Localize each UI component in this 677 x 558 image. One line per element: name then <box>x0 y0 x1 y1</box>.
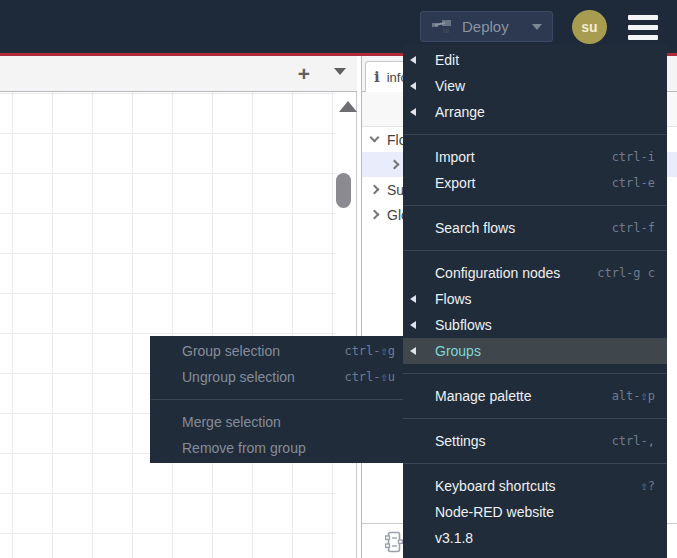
menu-item-label: Settings <box>435 433 486 449</box>
deploy-dropdown-icon[interactable] <box>532 24 542 30</box>
menu-separator <box>403 418 667 419</box>
menu-item-manage-palette[interactable]: Manage palette alt-⇧p <box>403 383 667 409</box>
shortcut-label: ctrl-e <box>612 170 655 196</box>
menu-separator <box>403 250 667 251</box>
menu-item-export[interactable]: Export ctrl-e <box>403 170 667 196</box>
menu-item-import[interactable]: Import ctrl-i <box>403 144 667 170</box>
canvas-scrollbar-thumb[interactable] <box>336 173 351 208</box>
submenu-arrow-icon <box>410 321 416 329</box>
chevron-down-icon <box>370 133 380 143</box>
menu-item-label: Manage palette <box>435 388 532 404</box>
submenu-arrow-icon <box>410 82 416 90</box>
hamburger-icon <box>628 35 658 40</box>
menu-item-label: Arrange <box>435 104 485 120</box>
menu-item-ungroup-selection[interactable]: Ungroup selection ctrl-⇧u <box>150 364 407 390</box>
menu-item-edit[interactable]: Edit <box>403 47 667 73</box>
menu-item-groups[interactable]: Groups <box>403 338 667 364</box>
scroll-up-icon[interactable] <box>339 101 357 112</box>
menu-item-flows[interactable]: Flows <box>403 286 667 312</box>
menu-item-label: Import <box>435 149 475 165</box>
menu-item-label: Merge selection <box>182 414 281 430</box>
deploy-button[interactable]: Deploy <box>420 11 553 42</box>
submenu-arrow-icon <box>410 295 416 303</box>
main-menu-dropdown: Edit View Arrange Import ctrl-i Export c… <box>403 45 667 558</box>
menu-separator <box>403 205 667 206</box>
menu-item-label: Keyboard shortcuts <box>435 478 556 494</box>
menu-item-configuration-nodes[interactable]: Configuration nodes ctrl-g c <box>403 260 667 286</box>
shortcut-label: ctrl-f <box>612 215 655 241</box>
menu-item-label: Search flows <box>435 220 515 236</box>
chevron-right-icon <box>370 185 380 195</box>
shortcut-label: ctrl-⇧u <box>344 364 395 390</box>
chevron-right-icon <box>370 210 380 220</box>
menu-item-keyboard-shortcuts[interactable]: Keyboard shortcuts ⇧? <box>403 473 667 499</box>
deploy-label: Deploy <box>462 18 509 35</box>
menu-item-label: Export <box>435 175 475 191</box>
menu-item-group-selection[interactable]: Group selection ctrl-⇧g <box>150 338 407 364</box>
menu-item-search-flows[interactable]: Search flows ctrl-f <box>403 215 667 241</box>
shortcut-label: ctrl-⇧g <box>344 338 395 364</box>
shortcut-label: ⇧? <box>641 473 655 499</box>
user-avatar[interactable]: su <box>572 10 607 44</box>
menu-item-merge-selection[interactable]: Merge selection <box>150 409 407 435</box>
hamburger-icon <box>628 25 658 30</box>
menu-item-label: Edit <box>435 52 459 68</box>
menu-item-label: Node-RED website <box>435 504 554 520</box>
menu-item-version[interactable]: v3.1.8 <box>403 525 667 551</box>
menu-item-label: Group selection <box>182 343 280 359</box>
menu-item-settings[interactable]: Settings ctrl-, <box>403 428 667 454</box>
menu-item-label: Ungroup selection <box>182 369 295 385</box>
chevron-right-icon <box>390 160 400 170</box>
menu-separator <box>403 134 667 135</box>
shortcut-label: ctrl-, <box>612 428 655 454</box>
menu-separator <box>150 399 407 400</box>
add-flow-button[interactable]: + <box>293 63 315 85</box>
submenu-arrow-icon <box>410 56 416 64</box>
deploy-icon <box>431 19 453 35</box>
shortcut-label: ctrl-i <box>612 144 655 170</box>
menu-item-subflows[interactable]: Subflows <box>403 312 667 338</box>
shortcut-label: ctrl-g c <box>597 260 655 286</box>
menu-item-label: Flows <box>435 291 472 307</box>
menu-separator <box>403 373 667 374</box>
canvas-scrollbar-track[interactable] <box>335 92 357 558</box>
menu-item-label: Configuration nodes <box>435 265 560 281</box>
workspace-tab-bar: + <box>0 56 357 92</box>
flow-canvas[interactable] <box>0 92 335 558</box>
menu-item-label: View <box>435 78 465 94</box>
hamburger-icon <box>628 15 658 20</box>
shortcut-label: alt-⇧p <box>612 383 655 409</box>
submenu-arrow-icon <box>410 347 416 355</box>
node-outline-icon <box>385 531 403 555</box>
groups-submenu: Group selection ctrl-⇧g Ungroup selectio… <box>150 336 407 463</box>
menu-item-view[interactable]: View <box>403 73 667 99</box>
submenu-arrow-icon <box>410 108 416 116</box>
menu-item-nodered-website[interactable]: Node-RED website <box>403 499 667 525</box>
main-menu-button[interactable] <box>628 15 658 40</box>
menu-item-arrange[interactable]: Arrange <box>403 99 667 125</box>
info-icon: i <box>374 68 380 86</box>
menu-item-label: Groups <box>435 343 481 359</box>
menu-item-label: Subflows <box>435 317 492 333</box>
avatar-initials: su <box>581 19 597 35</box>
menu-item-remove-from-group[interactable]: Remove from group <box>150 435 407 461</box>
menu-item-label: Remove from group <box>182 440 306 456</box>
menu-item-label: v3.1.8 <box>435 530 473 546</box>
flow-list-dropdown-icon[interactable] <box>334 68 346 75</box>
menu-separator <box>403 463 667 464</box>
